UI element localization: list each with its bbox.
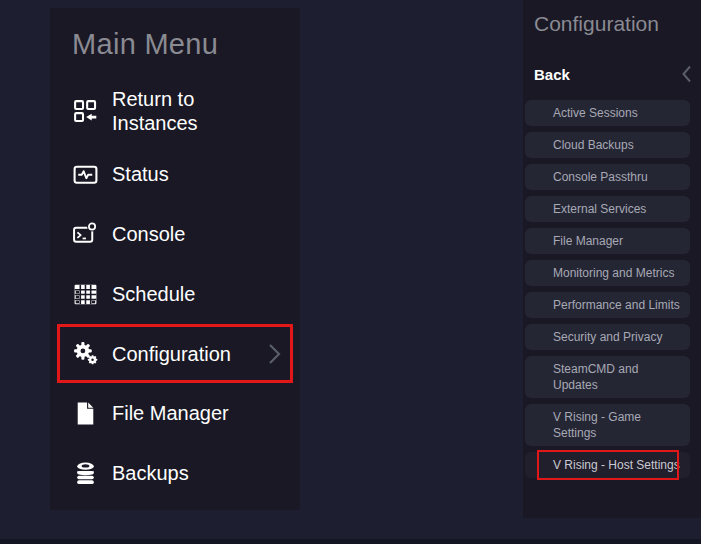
menu-item-return-to-instances[interactable]: Return to Instances [50, 78, 300, 144]
chevron-right-icon [267, 341, 282, 367]
file-icon [72, 400, 99, 427]
config-button-steamcmd-and-updates[interactable]: SteamCMD and Updates [525, 356, 690, 398]
instances-icon [72, 98, 99, 125]
config-button-v-rising-host-settings[interactable]: V Rising - Host Settings [525, 452, 690, 478]
menu-item-label: Backups [112, 461, 189, 485]
back-button[interactable]: Back [534, 64, 693, 84]
config-button-cloud-backups[interactable]: Cloud Backups [525, 132, 690, 158]
configuration-title: Configuration [534, 12, 701, 36]
menu-item-label: Schedule [112, 282, 195, 306]
menu-item-status[interactable]: Status [50, 144, 300, 204]
menu-item-label: Configuration [112, 342, 231, 366]
config-button-label: V Rising - Host Settings [553, 457, 680, 473]
window-bottom-edge [0, 539, 701, 544]
menu-item-label: Console [112, 222, 185, 246]
configuration-gears-icon [72, 340, 99, 367]
menu-item-label: File Manager [112, 401, 229, 425]
config-button-performance-and-limits[interactable]: Performance and Limits [525, 292, 690, 318]
configuration-panel: Configuration Back Active Sessions Cloud… [523, 0, 701, 518]
menu-item-label: Status [112, 162, 169, 186]
main-menu-title: Main Menu [72, 28, 300, 61]
main-menu-list: Return to Instances Status [50, 78, 300, 503]
menu-item-schedule[interactable]: Schedule [50, 264, 300, 324]
schedule-icon [72, 281, 99, 308]
config-button-console-passthru[interactable]: Console Passthru [525, 164, 690, 190]
configuration-section-list: Active Sessions Cloud Backups Console Pa… [525, 100, 690, 478]
menu-item-console[interactable]: Console [50, 204, 300, 264]
status-icon [72, 161, 99, 188]
menu-item-label: Return to Instances [112, 87, 282, 135]
menu-item-file-manager[interactable]: File Manager [50, 383, 300, 443]
console-icon [72, 221, 99, 248]
database-icon [72, 460, 99, 487]
config-button-file-manager[interactable]: File Manager [525, 228, 690, 254]
config-button-external-services[interactable]: External Services [525, 196, 690, 222]
config-button-security-and-privacy[interactable]: Security and Privacy [525, 324, 690, 350]
menu-item-configuration[interactable]: Configuration [57, 324, 293, 383]
config-button-monitoring-and-metrics[interactable]: Monitoring and Metrics [525, 260, 690, 286]
config-button-v-rising-game-settings[interactable]: V Rising - Game Settings [525, 404, 690, 446]
config-button-active-sessions[interactable]: Active Sessions [525, 100, 690, 126]
menu-item-backups[interactable]: Backups [50, 443, 300, 503]
back-label: Back [534, 66, 570, 83]
chevron-left-icon [680, 64, 693, 84]
main-menu-panel: Main Menu Return to Instances [50, 8, 300, 510]
